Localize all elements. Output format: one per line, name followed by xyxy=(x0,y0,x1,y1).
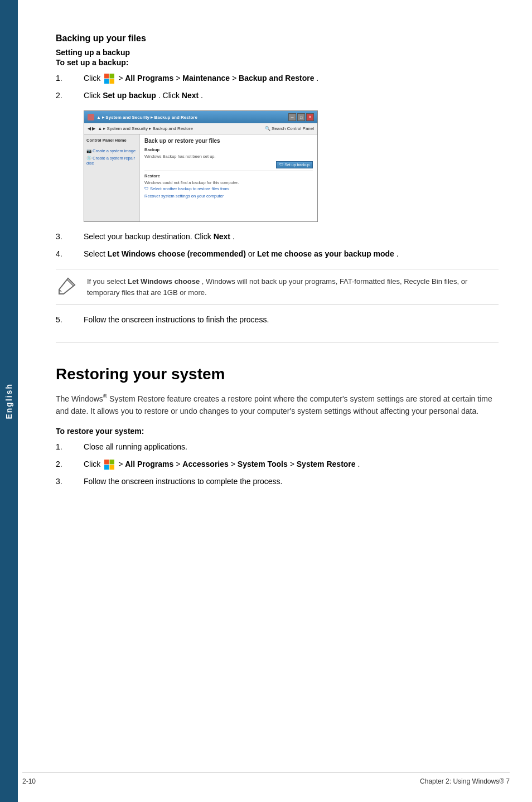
step1-backup-restore: Backup and Restore xyxy=(239,74,314,83)
restore-step-2: 2. Click > All Programs > Ac xyxy=(56,458,499,470)
close-btn[interactable]: ✕ xyxy=(306,113,314,121)
step1-all-programs: All Programs xyxy=(125,74,173,83)
restore-step-number-1: 1. xyxy=(56,441,84,453)
backup-steps-list-2: 3. Select your backup destination. Click… xyxy=(56,231,499,260)
fake-titlebar: ▲ ▸ System and Security ▸ Backup and Res… xyxy=(84,111,317,123)
windows-start-icon-2 xyxy=(104,459,115,470)
fake-backup-section: Backup xyxy=(144,147,313,152)
page-footer: 2-10 Chapter 2: Using Windows® 7 xyxy=(22,772,510,785)
address-back: ◀ ▶ xyxy=(88,126,95,131)
fake-main-area: Back up or restore your files Backup Win… xyxy=(140,134,317,221)
fake-setup-backup-btn[interactable]: 🛡 Set up backup xyxy=(276,161,313,168)
svg-rect-8 xyxy=(104,465,109,470)
restore-step2-sep2: > xyxy=(176,460,182,468)
step2-text2: . Click xyxy=(158,91,182,100)
svg-rect-7 xyxy=(110,460,115,465)
fake-backup-text: Windows Backup has not been set up. xyxy=(144,154,313,159)
step-content-2: Click Set up backup . Click Next . xyxy=(84,90,499,102)
fake-main-title: Back up or restore your files xyxy=(144,138,313,144)
bold-label-backup: To set up a backup: xyxy=(56,58,499,67)
fake-address-bar: ◀ ▶ ▲ ▸ System and Security ▸ Backup and… xyxy=(84,123,317,134)
svg-rect-6 xyxy=(104,460,109,465)
restore-step-number-3: 3. xyxy=(56,476,84,487)
restore-step2-system-tools: System Tools xyxy=(238,460,288,468)
subsection-title: Setting up a backup xyxy=(56,48,499,57)
fake-restore-link[interactable]: 🛡 Select another backup to restore files… xyxy=(144,186,313,191)
windows-start-icon-1 xyxy=(104,73,115,84)
screenshot-inner: ▲ ▸ System and Security ▸ Backup and Res… xyxy=(84,111,317,221)
restore-step2-accessories: Accessories xyxy=(182,460,229,468)
step2-next: Next xyxy=(182,91,199,100)
step4-text2: or xyxy=(248,249,257,258)
restore-step-content-3: Follow the onscreen instructions to comp… xyxy=(84,476,499,487)
step3-next: Next xyxy=(214,232,230,241)
step1-click-text: Click xyxy=(84,74,103,83)
maximize-btn[interactable]: □ xyxy=(297,113,305,121)
main-content: Backing up your files Setting up a backu… xyxy=(22,0,532,526)
search-box: 🔍 Search Control Panel xyxy=(265,126,314,131)
backup-step-1: 1. Click > All Programs > xyxy=(56,73,499,84)
step-number-3: 3. xyxy=(56,231,84,243)
fake-window-body: Control Panel Home 📷 Create a system ima… xyxy=(84,134,317,221)
sidebar-control-panel-home: Control Panel Home xyxy=(86,138,137,143)
restore-step2-system-restore: System Restore xyxy=(297,460,356,468)
registered-mark: ® xyxy=(103,393,107,399)
restore-step-content-1: Close all running applications. xyxy=(84,441,499,453)
sidebar-create-system-image: 📷 Create a system image xyxy=(86,148,137,153)
sidebar-tab-label: English xyxy=(4,383,13,419)
titlebar-controls: ─ □ ✕ xyxy=(288,113,314,121)
step1-separator: > xyxy=(118,74,125,83)
footer-page-number: 2-10 xyxy=(22,777,36,785)
section2-title: Restoring your system xyxy=(56,365,499,383)
footer-chapter: Chapter 2: Using Windows® 7 xyxy=(420,777,510,785)
backup-step-5: 5. Follow the onscreen instructions to f… xyxy=(56,314,499,326)
restore-step-content-2: Click > All Programs > Accessories > xyxy=(84,458,499,470)
step5-text: Follow the onscreen instructions to fini… xyxy=(84,315,269,324)
fake-recover-link[interactable]: Recover system settings on your computer xyxy=(144,194,313,199)
step-content-5: Follow the onscreen instructions to fini… xyxy=(84,314,499,326)
step-number-1: 1. xyxy=(56,73,84,84)
step2-period: . xyxy=(201,91,203,100)
restore-steps-list: 1. Close all running applications. 2. Cl… xyxy=(56,441,499,487)
restore-step2-period: . xyxy=(357,460,360,468)
restore-step2-sep4: > xyxy=(290,460,297,468)
body-text-windows: The Windows xyxy=(56,394,103,403)
step2-setup-backup: Set up backup xyxy=(103,91,156,100)
restore-step2-sep3: > xyxy=(231,460,238,468)
step2-text1: Click xyxy=(84,91,103,100)
svg-rect-3 xyxy=(110,79,115,84)
step1-sep3: > xyxy=(232,74,239,83)
backup-steps-list: 1. Click > All Programs > xyxy=(56,73,499,102)
step3-period: . xyxy=(233,232,235,241)
restore-step2-click: Click xyxy=(84,460,103,468)
restore-step-3: 3. Follow the onscreen instructions to c… xyxy=(56,476,499,487)
restore-step-number-2: 2. xyxy=(56,458,84,470)
step1-sep2: > xyxy=(176,74,182,83)
titlebar-icon xyxy=(88,114,94,120)
note-box: If you select Let Windows choose , Windo… xyxy=(56,269,499,305)
note-bold1: Let Windows choose xyxy=(128,277,200,286)
minimize-btn[interactable]: ─ xyxy=(288,113,296,121)
titlebar-text: ▲ ▸ System and Security ▸ Backup and Res… xyxy=(96,115,197,120)
step-content-3: Select your backup destination. Click Ne… xyxy=(84,231,499,243)
svg-rect-0 xyxy=(104,74,109,79)
bold-label-restore: To restore your system: xyxy=(56,427,499,436)
fake-restore-text1: Windows could not find a backup for this… xyxy=(144,180,313,185)
screenshot-container: ▲ ▸ System and Security ▸ Backup and Res… xyxy=(84,110,318,222)
step-number-5: 5. xyxy=(56,314,84,326)
body-text-rest: System Restore feature creates a restore… xyxy=(56,394,492,416)
step1-period: . xyxy=(316,74,318,83)
sidebar-create-repair-disc: 💿 Create a system repair disc xyxy=(86,156,137,166)
backup-step-4: 4. Select Let Windows choose (recommende… xyxy=(56,248,499,260)
fake-sidebar: Control Panel Home 📷 Create a system ima… xyxy=(84,134,140,221)
sidebar-tab: English xyxy=(0,0,18,802)
backup-step-3: 3. Select your backup destination. Click… xyxy=(56,231,499,243)
step-content-4: Select Let Windows choose (recommended) … xyxy=(84,248,499,260)
step3-text: Select your backup destination. Click xyxy=(84,232,214,241)
section-restoring: Restoring your system The Windows® Syste… xyxy=(56,365,499,487)
step4-let-windows-choose: Let Windows choose (recommended) xyxy=(108,249,246,258)
footer-chapter-text: Chapter 2: Using Windows® 7 xyxy=(420,777,510,785)
backup-step-2: 2. Click Set up backup . Click Next . xyxy=(56,90,499,102)
restore-step-1: 1. Close all running applications. xyxy=(56,441,499,453)
section-divider xyxy=(56,342,499,343)
